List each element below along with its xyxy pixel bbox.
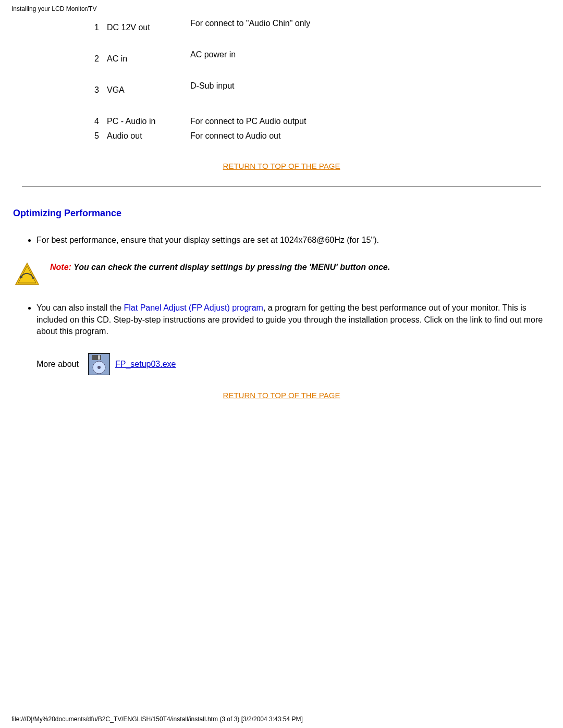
conn-desc: For connect to Audio out [190, 131, 368, 141]
list-item: You can also install the Flat Panel Adju… [36, 302, 550, 337]
note-body: You can check the current display settin… [74, 263, 390, 272]
conn-label: AC in [107, 54, 190, 64]
conn-label: DC 12V out [107, 23, 190, 32]
table-row: 1 DC 12V out For connect to "Audio Chin"… [78, 23, 563, 54]
list-item: For best performance, ensure that your d… [36, 235, 550, 246]
conn-desc: AC power in [190, 50, 368, 59]
svg-rect-3 [20, 276, 22, 278]
conn-desc: D-Sub input [190, 81, 368, 91]
conn-num: 4 [78, 117, 107, 126]
table-row: 3 VGA D-Sub input [78, 85, 563, 117]
bullet-list: You can also install the Flat Panel Adju… [23, 302, 550, 337]
page-title: Installing your LCD Monitor/TV [11, 5, 563, 13]
return-to-top-link[interactable]: RETURN TO TOP OF THE PAGE [223, 391, 340, 400]
section-heading: Optimizing Performance [13, 208, 563, 219]
table-row: 4 PC - Audio in For connect to PC Audio … [78, 117, 563, 131]
conn-desc: For connect to PC Audio output [190, 117, 368, 126]
more-about-row: More about FP_setup03.exe [36, 353, 563, 375]
note-callout: Note: You can check the current display … [13, 262, 550, 287]
svg-rect-6 [98, 355, 100, 360]
conn-label: PC - Audio in [107, 117, 190, 126]
conn-desc: For connect to "Audio Chin" only [190, 19, 368, 28]
conn-label: VGA [107, 85, 190, 95]
more-about-label: More about [36, 360, 79, 369]
footer-path: file:///D|/My%20documents/dfu/B2C_TV/ENG… [11, 715, 303, 723]
floppy-disk-icon [88, 353, 110, 375]
table-row: 2 AC in AC power in [78, 54, 563, 85]
return-to-top-link[interactable]: RETURN TO TOP OF THE PAGE [223, 162, 340, 170]
conn-num: 1 [78, 23, 107, 32]
fp-setup-link[interactable]: FP_setup03.exe [115, 360, 176, 369]
bullet-list: For best performance, ensure that your d… [23, 235, 550, 246]
conn-num: 3 [78, 85, 107, 95]
connections-table: 1 DC 12V out For connect to "Audio Chin"… [78, 23, 563, 146]
svg-point-2 [32, 277, 34, 279]
note-prefix: Note: [50, 263, 74, 272]
note-text: Note: You can check the current display … [50, 262, 550, 273]
svg-point-8 [97, 366, 101, 369]
table-row: 5 Audio out For connect to Audio out [78, 131, 563, 146]
fp-adjust-link[interactable]: Flat Panel Adjust (FP Adjust) program [124, 303, 263, 312]
bullet2-pre: You can also install the [36, 303, 124, 312]
divider [22, 187, 541, 187]
conn-label: Audio out [107, 131, 190, 141]
conn-num: 2 [78, 54, 107, 64]
conn-num: 5 [78, 131, 107, 141]
warning-icon [15, 262, 40, 287]
